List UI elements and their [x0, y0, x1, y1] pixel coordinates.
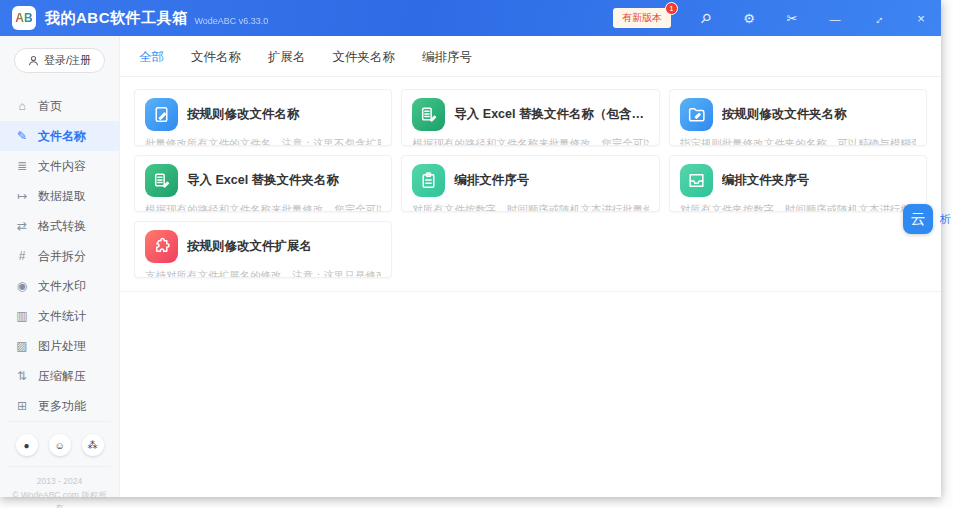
card-description: 对所有文件按数字、时间顺序或随机文本进行批量修改，如果您的规则不 [412, 203, 648, 212]
update-badge[interactable]: 有新版本 1 [613, 8, 671, 28]
search-icon[interactable]: ⚲ [698, 11, 714, 26]
feature-card[interactable]: 按规则修改文件夹名称 指定规则批量修改文件夹的名称，可以精确与模糊查找替换 [669, 89, 927, 146]
folder-number-icon [680, 164, 713, 197]
tab-extension[interactable]: 扩展名 [268, 49, 306, 66]
data-extract-icon: ↦ [15, 189, 29, 203]
card-title: 导入 Excel 替换文件夹名称 [187, 172, 339, 189]
sidebar-item-label: 文件统计 [38, 308, 86, 325]
watermark-icon: ◉ [15, 279, 29, 293]
share-icon: ⁂ [88, 440, 98, 451]
tab-file-name[interactable]: 文件名称 [191, 49, 241, 66]
doc-edit-icon [145, 98, 178, 131]
merge-split-icon: # [15, 249, 29, 263]
feedback-icon: ☺ [54, 440, 64, 451]
window-controls: ⚲⚙✂—↔× [698, 11, 929, 26]
file-content-icon: ≣ [15, 159, 29, 173]
app-version: WodeABC v6.33.0 [195, 16, 269, 26]
close-icon[interactable]: × [913, 11, 929, 26]
sidebar-item-label: 数据提取 [38, 188, 86, 205]
login-register-button[interactable]: 登录/注册 [14, 48, 105, 73]
social-row: ●☺⁂ [8, 421, 111, 466]
sidebar-item-more[interactable]: ⊞ 更多功能 [0, 391, 119, 421]
card-title: 编排文件序号 [454, 172, 529, 189]
main-row: 登录/注册 ⌂ 首页 ✎ 文件名称 ≣ 文件内容 ↦ 数据提取 ⇄ 格式转换 #… [0, 36, 941, 497]
sidebar-item-label: 首页 [38, 98, 62, 115]
update-badge-label: 有新版本 [622, 12, 662, 23]
tab-all[interactable]: 全部 [139, 49, 164, 66]
share-button[interactable]: ⁂ [82, 434, 104, 456]
card-description: 对所有文件夹按数字、时间顺序或随机文本进行批量修改，如果您的规则 [680, 203, 916, 212]
cloud-widget-partial-label: 析 [940, 212, 951, 227]
login-register-label: 登录/注册 [44, 53, 91, 68]
compress-icon: ⇅ [15, 369, 29, 383]
sidebar: 登录/注册 ⌂ 首页 ✎ 文件名称 ≣ 文件内容 ↦ 数据提取 ⇄ 格式转换 #… [0, 36, 120, 497]
feature-card[interactable]: 编排文件夹序号 对所有文件夹按数字、时间顺序或随机文本进行批量修改，如果您的规则 [669, 155, 927, 212]
feature-card[interactable]: 按规则修改文件名称 批量修改所有文件的文件名，注意：这里不包含扩展名 [134, 89, 392, 146]
sidebar-item-file-content[interactable]: ≣ 文件内容 [0, 151, 119, 181]
app-title: 我的ABC软件工具箱 [45, 9, 188, 28]
sidebar-item-label: 更多功能 [38, 398, 86, 415]
excel-import-icon [145, 164, 178, 197]
title-bar: AB 我的ABC软件工具箱 WodeABC v6.33.0 有新版本 1 ⚲⚙✂… [0, 0, 941, 36]
card-title: 导入 Excel 替换文件名称（包含扩展名） [454, 106, 648, 123]
home-icon: ⌂ [15, 99, 29, 113]
sidebar-item-label: 压缩解压 [38, 368, 86, 385]
feedback-button[interactable]: ☺ [49, 434, 71, 456]
feature-card[interactable]: 导入 Excel 替换文件名称（包含扩展名） 根据现有的路径和文件名称来批量修改… [401, 89, 659, 146]
titlebar-actions: 有新版本 1 ⚲⚙✂—↔× [613, 8, 929, 28]
file-name-icon: ✎ [15, 129, 29, 143]
copyright-owner: © WodeABC.com 版权所有 [10, 489, 109, 508]
cards-panel: 按规则修改文件名称 批量修改所有文件的文件名，注意：这里不包含扩展名 导入 Ex… [120, 77, 941, 292]
scissors-icon[interactable]: ✂ [784, 11, 800, 26]
update-count-badge: 1 [665, 2, 678, 15]
sidebar-item-merge-split[interactable]: # 合并拆分 [0, 241, 119, 271]
copyright: 2013 - 2024 © WodeABC.com 版权所有 [8, 466, 111, 508]
sidebar-menu: ⌂ 首页 ✎ 文件名称 ≣ 文件内容 ↦ 数据提取 ⇄ 格式转换 # 合并拆分 … [0, 81, 119, 421]
file-stats-icon: ▥ [15, 309, 29, 323]
image-process-icon: ▨ [15, 339, 29, 353]
feature-card[interactable]: 按规则修改文件扩展名 支持对所有文件扩展名的修改，注意：这里只是修改扩展名，「不… [134, 221, 392, 278]
format-convert-icon: ⇄ [15, 219, 29, 233]
sidebar-item-label: 格式转换 [38, 218, 86, 235]
card-title: 按规则修改文件名称 [187, 106, 300, 123]
sidebar-item-data-extract[interactable]: ↦ 数据提取 [0, 181, 119, 211]
cards-grid: 按规则修改文件名称 批量修改所有文件的文件名，注意：这里不包含扩展名 导入 Ex… [134, 89, 927, 278]
maximize-icon[interactable]: ↔ [870, 11, 886, 26]
more-icon: ⊞ [15, 399, 29, 413]
extension-edit-icon [145, 230, 178, 263]
sidebar-item-format-convert[interactable]: ⇄ 格式转换 [0, 211, 119, 241]
card-title: 编排文件夹序号 [722, 172, 810, 189]
card-description: 根据现有的路径和文件名称来批量修改，您完全可以利用 Excel 强大的功能 [145, 203, 381, 212]
community-button[interactable]: ● [16, 434, 38, 456]
sidebar-item-image-process[interactable]: ▨ 图片处理 [0, 331, 119, 361]
category-tabbar: 全部文件名称扩展名文件夹名称编排序号 [120, 36, 941, 77]
sidebar-item-home[interactable]: ⌂ 首页 [0, 91, 119, 121]
sidebar-item-label: 文件内容 [38, 158, 86, 175]
card-title: 按规则修改文件扩展名 [187, 238, 312, 255]
card-description: 批量修改所有文件的文件名，注意：这里不包含扩展名 [145, 137, 381, 146]
excel-import-icon [412, 98, 445, 131]
copyright-years: 2013 - 2024 [10, 475, 109, 489]
folder-edit-icon [680, 98, 713, 131]
sidebar-item-label: 合并拆分 [38, 248, 86, 265]
sidebar-bottom: ●☺⁂ 2013 - 2024 © WodeABC.com 版权所有 [0, 421, 119, 508]
sidebar-item-compress[interactable]: ⇅ 压缩解压 [0, 361, 119, 391]
feature-card[interactable]: 编排文件序号 对所有文件按数字、时间顺序或随机文本进行批量修改，如果您的规则不 [401, 155, 659, 212]
gear-icon[interactable]: ⚙ [741, 11, 757, 26]
tab-folder-name[interactable]: 文件夹名称 [333, 49, 396, 66]
sidebar-item-file-name[interactable]: ✎ 文件名称 [0, 121, 119, 151]
cloud-icon: 云 [903, 204, 933, 234]
content-area: 全部文件名称扩展名文件夹名称编排序号 按规则修改文件名称 批量修改所有文件的文件… [120, 36, 941, 497]
cloud-floating-widget[interactable]: 云 析 [903, 204, 951, 234]
feature-card[interactable]: 导入 Excel 替换文件夹名称 根据现有的路径和文件名称来批量修改，您完全可以… [134, 155, 392, 212]
sidebar-item-label: 文件名称 [38, 128, 86, 145]
sidebar-item-file-stats[interactable]: ▥ 文件统计 [0, 301, 119, 331]
card-description: 支持对所有文件扩展名的修改，注意：这里只是修改扩展名，「不是」文 [145, 269, 381, 278]
app-window: AB 我的ABC软件工具箱 WodeABC v6.33.0 有新版本 1 ⚲⚙✂… [0, 0, 941, 497]
tab-order-number[interactable]: 编排序号 [422, 49, 472, 66]
minimize-icon[interactable]: — [827, 11, 843, 26]
file-number-icon [412, 164, 445, 197]
app-logo-text: AB [15, 11, 32, 25]
card-description: 指定规则批量修改文件夹的名称，可以精确与模糊查找替换 [680, 137, 916, 146]
sidebar-item-watermark[interactable]: ◉ 文件水印 [0, 271, 119, 301]
